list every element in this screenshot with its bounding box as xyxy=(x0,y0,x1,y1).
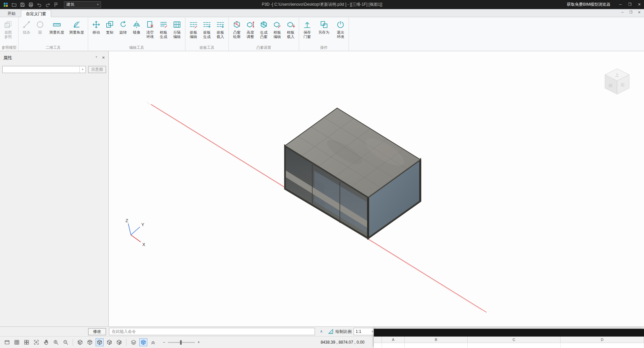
ribbon-button-label: 线条 xyxy=(23,30,30,35)
zoom-out-button[interactable] xyxy=(62,338,70,346)
open-file-icon[interactable] xyxy=(11,2,17,8)
ribbon-button-move[interactable]: 移动 xyxy=(90,20,103,35)
undo-icon[interactable] xyxy=(36,2,42,8)
zoom-slider-handle[interactable] xyxy=(180,340,182,345)
ribbon-button-panel_edit[interactable]: 嵌板 编辑 xyxy=(187,20,200,39)
ribbon-button-fb_load[interactable]: 框板 载入 xyxy=(284,20,297,39)
ribbon-button-line[interactable]: 线条 xyxy=(20,20,33,35)
workspace-dropdown[interactable]: 建筑 xyxy=(64,1,101,8)
ribbon-button-mirror[interactable]: 镜像 xyxy=(130,20,143,35)
view-isometric-button[interactable] xyxy=(96,338,104,346)
ribbon-group-label: 嵌板工具 xyxy=(187,45,227,51)
zoom-extents-button[interactable] xyxy=(32,338,40,346)
command-input[interactable] xyxy=(109,328,315,335)
ribbon-button-circle[interactable]: 圆 xyxy=(34,20,46,35)
zoom-in-button[interactable] xyxy=(198,340,200,345)
ribbon-button-frame_gen[interactable]: 框板 生成 xyxy=(157,20,170,39)
plot-icon[interactable] xyxy=(28,2,34,8)
properties-panel-header: 属性 ✕ xyxy=(0,51,108,61)
ribbon-button-panel_load[interactable]: 嵌板 载入 xyxy=(214,20,227,39)
minimize-button[interactable]: ─ xyxy=(616,0,625,9)
shaded-mode-button[interactable] xyxy=(139,338,147,346)
ribbon-button-gen_bay[interactable]: 生成 凸窗 xyxy=(257,20,270,39)
scale-dropdown[interactable]: 1:1 xyxy=(354,328,375,335)
ribbon-button-clear_env[interactable]: 清空 环境 xyxy=(144,20,156,39)
ribbon-group-5: 凸窗 轮廓高度 调整生成 凸窗框板 编辑框板 载入凸窗设置 xyxy=(229,17,299,51)
element-type-combobox[interactable] xyxy=(2,66,86,73)
doc-close-button[interactable]: ✕ xyxy=(637,10,642,14)
ribbon-button-divide_edit[interactable]: 分隔 编辑 xyxy=(171,20,183,39)
schematic-preview-button[interactable]: 示意图 xyxy=(88,66,106,73)
ribbon-button-rotate[interactable]: 旋转 xyxy=(117,20,130,35)
clear_env-icon xyxy=(146,20,154,29)
sheet-cell[interactable] xyxy=(374,343,382,348)
style-flag-icon[interactable] xyxy=(53,2,59,8)
tab-start[interactable]: 开始 xyxy=(3,10,20,17)
app-logo-icon[interactable] xyxy=(3,2,9,8)
open-view-button[interactable] xyxy=(3,338,11,346)
ribbon-button-height_adj[interactable]: 高度 调整 xyxy=(244,20,257,39)
ribbon-group-label: 二维工具 xyxy=(20,45,86,51)
pan-button[interactable] xyxy=(42,338,50,346)
ribbon-button-save_as[interactable]: 另存为 xyxy=(314,20,333,35)
sheet-column-header-B[interactable]: B xyxy=(405,337,468,343)
properties-panel: 属性 ✕ 示意图 xyxy=(0,51,109,326)
view-cube-right-label: 右 xyxy=(620,82,625,87)
view-top-button[interactable] xyxy=(86,338,94,346)
ribbon-button-measure_len[interactable]: 测量长度 xyxy=(47,20,66,35)
close-button[interactable]: ✕ xyxy=(635,0,644,9)
save-file-icon[interactable] xyxy=(20,2,26,8)
ribbon-button-bay_outline[interactable]: 凸窗 轮廓 xyxy=(230,20,243,39)
viewport-grid-button[interactable] xyxy=(13,338,21,346)
view-left-button[interactable] xyxy=(105,338,113,346)
sheet-column-header-D[interactable]: D xyxy=(561,337,644,343)
sheet-cell[interactable] xyxy=(405,343,468,348)
excel-window-corner[interactable]: ABCD xyxy=(374,329,644,348)
redo-icon[interactable] xyxy=(45,2,51,8)
sheet-cell[interactable] xyxy=(468,343,561,348)
view-front-button[interactable] xyxy=(76,338,84,346)
workspace-dropdown-value: 建筑 xyxy=(66,2,74,7)
ribbon-button-label: 框板 生成 xyxy=(160,30,167,39)
height_adj-icon xyxy=(246,20,255,29)
sheet-column-header-A[interactable]: A xyxy=(382,337,405,343)
base_ref-icon xyxy=(4,20,12,29)
layers-button[interactable] xyxy=(130,338,138,346)
ribbon-group-4: 嵌板 编辑嵌板 生成嵌板 载入嵌板工具 xyxy=(185,17,229,51)
save_door-icon xyxy=(303,20,312,29)
maximize-button[interactable]: ❒ xyxy=(625,0,635,9)
sheet-cell[interactable] xyxy=(561,343,644,348)
tile-windows-button[interactable] xyxy=(23,338,31,346)
zoom-slider[interactable] xyxy=(168,342,195,343)
panel-close-icon[interactable]: ✕ xyxy=(102,56,105,60)
3d-viewport[interactable]: Z Y X 上 前 右 xyxy=(109,51,644,326)
expand-toolbar-button[interactable] xyxy=(149,338,157,346)
ribbon-button-measure_ang[interactable]: 测量角度 xyxy=(67,20,86,35)
modify-button[interactable]: 修改 xyxy=(88,328,106,335)
sheet-column-header-C[interactable]: C xyxy=(468,337,561,343)
zoom-out-button[interactable] xyxy=(163,340,165,345)
ribbon-button-copy[interactable]: 复制 xyxy=(103,20,116,35)
ribbon-button-panel_gen[interactable]: 嵌板 生成 xyxy=(201,20,213,39)
main-area: 属性 ✕ 示意图 xyxy=(0,51,644,326)
ribbon-button-fb_edit[interactable]: 框板 编辑 xyxy=(271,20,284,39)
ribbon-button-label: 嵌板 编辑 xyxy=(190,30,197,39)
doc-restore-button[interactable]: ❒ xyxy=(628,10,634,14)
ribbon-button-exit_env[interactable]: 退出 环境 xyxy=(334,20,347,39)
ribbon-button-label: 底图 参照 xyxy=(4,30,12,39)
command-collapse-chevron-icon[interactable] xyxy=(318,328,325,335)
ribbon-button-base_ref[interactable]: 底图 参照 xyxy=(2,20,14,39)
tab-custom-door-window[interactable]: 自定义门窗 xyxy=(21,10,51,17)
doc-minimize-button[interactable]: ─ xyxy=(620,10,625,14)
view-right-button[interactable] xyxy=(115,338,123,346)
view-cube[interactable]: 上 前 右 xyxy=(605,69,629,94)
ribbon-group-label: 操作 xyxy=(301,45,347,51)
zoom-in-button[interactable] xyxy=(52,338,60,346)
sheet-cell[interactable] xyxy=(382,343,405,348)
bim-browser-link[interactable]: 获取免费BIM模型浏览器 xyxy=(567,2,610,7)
panel-collapse-icon[interactable] xyxy=(96,56,97,60)
quick-access-toolbar xyxy=(0,2,59,8)
ribbon-button-save_door[interactable]: 保存 门窗 xyxy=(301,20,314,39)
3d-model[interactable] xyxy=(285,108,420,238)
ribbon-button-label: 嵌板 生成 xyxy=(203,30,211,39)
